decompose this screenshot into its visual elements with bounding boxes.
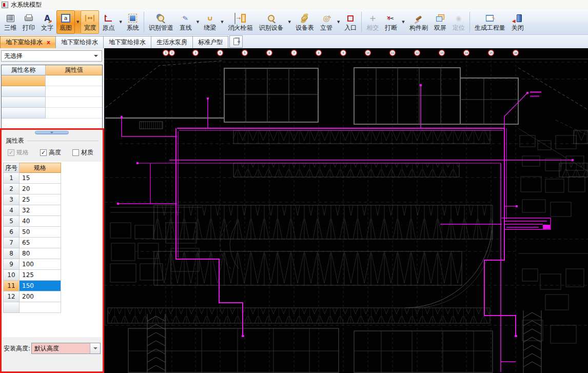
spec-row-number[interactable]: 9 <box>3 259 19 270</box>
spec-row-value[interactable] <box>19 302 61 313</box>
spec-row[interactable]: 115 <box>3 173 61 184</box>
spec-row-number[interactable] <box>3 302 19 313</box>
spec-table-area: 序号规格115220325432540650765880910010125111… <box>2 162 102 337</box>
spec-row-value[interactable]: 125 <box>19 270 61 281</box>
spec-row-number[interactable]: 8 <box>3 248 19 259</box>
dropdown-arrow-icon[interactable]: ▼ <box>336 10 341 34</box>
spec-row[interactable]: 650 <box>3 227 61 238</box>
property-row[interactable] <box>2 75 102 86</box>
spec-row[interactable]: 12200 <box>3 291 61 302</box>
property-row[interactable] <box>2 97 102 108</box>
device-table-button[interactable]: 设备表 <box>292 10 317 34</box>
tab-document-4[interactable]: 生活水泵房 <box>151 36 193 48</box>
riser-button[interactable]: 立管 <box>317 10 336 34</box>
cad-canvas[interactable]: 12345678910111213141516 <box>104 48 588 373</box>
dropdown-arrow-icon[interactable]: ▼ <box>219 10 225 34</box>
spec-row-value[interactable]: 150 <box>19 281 61 291</box>
around-beam-button[interactable]: 绕梁 <box>201 10 219 34</box>
property-grid-col-name[interactable]: 属性名称 <box>2 65 46 75</box>
dropdown-arrow-icon[interactable]: ▼ <box>400 10 406 34</box>
system-button[interactable]: 系统 <box>124 10 142 34</box>
splitter-handle[interactable] <box>35 131 69 134</box>
spec-row-number[interactable]: 1 <box>3 173 19 184</box>
property-grid-col-value[interactable]: 属性值 <box>46 65 102 75</box>
spec-row[interactable] <box>3 302 61 313</box>
origin-button[interactable]: 原点 <box>99 10 117 34</box>
spec-row[interactable]: 10125 <box>3 270 61 281</box>
spec-row-value[interactable]: 25 <box>19 194 61 205</box>
combobox-dropdown-button[interactable] <box>90 343 100 354</box>
property-name-cell[interactable] <box>2 86 46 97</box>
spec-row[interactable]: 765 <box>3 238 61 248</box>
install-height-combobox[interactable]: 默认高度 <box>31 343 101 354</box>
generate-quantity-button[interactable]: 生成工程量 <box>472 10 508 34</box>
hydrant-box-button[interactable]: 消火栓箱 <box>225 10 256 34</box>
dropdown-arrow-icon[interactable]: ▼ <box>195 10 201 34</box>
spec-row[interactable]: 9100 <box>3 259 61 270</box>
checkbox-材质[interactable]: 材质 <box>72 148 93 157</box>
spec-row-value[interactable]: 32 <box>19 205 61 216</box>
spec-row[interactable]: 11150 <box>3 281 61 291</box>
property-value-cell[interactable] <box>46 86 102 97</box>
dropdown-arrow-icon[interactable]: ▼ <box>117 10 123 34</box>
checkbox-高度[interactable]: 高度 <box>40 148 61 157</box>
text-button[interactable]: 文字 <box>38 10 56 34</box>
spec-row-number[interactable]: 11 <box>3 281 19 291</box>
spec-row-number[interactable]: 2 <box>3 184 19 194</box>
property-name-cell[interactable] <box>2 97 46 108</box>
identify-pipe-button[interactable]: 识别管道 <box>146 10 177 34</box>
spec-row[interactable]: 325 <box>3 194 61 205</box>
spec-row-number[interactable]: 4 <box>3 205 19 216</box>
spec-row[interactable]: 220 <box>3 184 61 194</box>
spec-row-value[interactable]: 100 <box>19 259 61 270</box>
spec-row-number[interactable]: 5 <box>3 216 19 227</box>
spec-row[interactable]: 540 <box>3 216 61 227</box>
component-brush-button[interactable]: 构件刷 <box>406 10 431 34</box>
spec-row[interactable]: 432 <box>3 205 61 216</box>
line-button[interactable]: 直线 <box>177 10 195 34</box>
spec-row-value[interactable]: 40 <box>19 216 61 227</box>
dual-screen-button[interactable]: 双屏 <box>431 10 449 34</box>
spec-row-value[interactable]: 80 <box>19 248 61 259</box>
basemap-button[interactable]: 底图 <box>56 10 75 34</box>
tab-document-3[interactable]: 地下室给排水 <box>103 36 151 48</box>
spec-row-value[interactable]: 15 <box>19 173 61 184</box>
spec-row-number[interactable]: 7 <box>3 238 19 248</box>
selection-combobox[interactable]: 无选择 <box>1 50 102 62</box>
property-name-cell[interactable] <box>2 75 46 86</box>
new-tab-button[interactable] <box>229 35 243 48</box>
spec-col-no-header[interactable]: 序号 <box>3 163 19 173</box>
spec-row-number[interactable]: 3 <box>3 194 19 205</box>
print-button[interactable]: 打印 <box>19 10 38 34</box>
checkbox-box-icon[interactable] <box>40 149 47 156</box>
tab-close-icon[interactable]: x <box>47 39 50 46</box>
property-name-cell[interactable] <box>2 108 46 119</box>
identify-device-button[interactable]: 识别设备 <box>256 10 287 34</box>
property-value-cell[interactable] <box>46 75 102 86</box>
property-row[interactable] <box>2 108 102 119</box>
tab-document-1[interactable]: 地下室给排水x <box>0 36 56 48</box>
entrance-button[interactable]: 入口 <box>341 10 360 34</box>
spec-col-spec-header[interactable]: 规格 <box>19 163 61 173</box>
width-button[interactable]: 宽度 <box>81 10 99 34</box>
spec-row-number[interactable]: 6 <box>3 227 19 238</box>
spec-row-value[interactable]: 20 <box>19 184 61 194</box>
dropdown-arrow-icon[interactable]: ▼ <box>287 10 292 34</box>
break-button[interactable]: 打断 <box>382 10 400 34</box>
checkbox-box-icon[interactable] <box>72 149 79 156</box>
property-row[interactable] <box>2 86 102 97</box>
tab-document-2[interactable]: 地下室给排水 <box>55 36 104 48</box>
3d-view-button[interactable]: 三维 <box>1 10 19 34</box>
spec-row[interactable]: 880 <box>3 248 61 259</box>
spec-row-value[interactable]: 200 <box>19 291 61 302</box>
tab-document-5[interactable]: 标准户型 <box>192 36 228 48</box>
property-value-cell[interactable] <box>46 97 102 108</box>
spec-row-number[interactable]: 10 <box>3 270 19 281</box>
dropdown-arrow-icon[interactable]: ▼ <box>75 10 81 34</box>
toolbar-group-basemap-button: 底图▼ <box>56 10 81 34</box>
close-button[interactable]: 关闭 <box>508 10 527 34</box>
property-value-cell[interactable] <box>46 108 102 119</box>
spec-row-value[interactable]: 65 <box>19 238 61 248</box>
spec-row-value[interactable]: 50 <box>19 227 61 238</box>
spec-row-number[interactable]: 12 <box>3 291 19 302</box>
